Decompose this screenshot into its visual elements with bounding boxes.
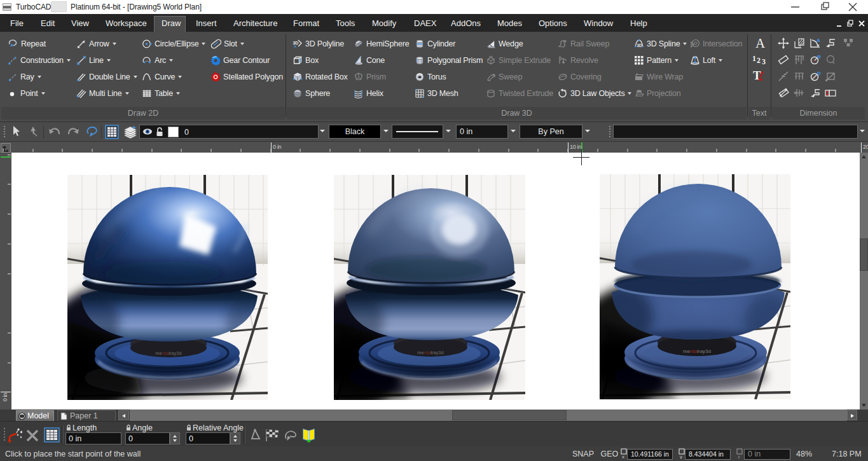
svg-text:mentalray3d: mentalray3d <box>155 350 181 356</box>
svg-text:y: y <box>680 454 682 459</box>
svg-text:x: x <box>622 454 624 459</box>
svg-text:mentalray3d: mentalray3d <box>417 350 443 355</box>
svg-text:z: z <box>738 454 740 459</box>
svg-text:mentalray3d: mentalray3d <box>683 348 711 354</box>
